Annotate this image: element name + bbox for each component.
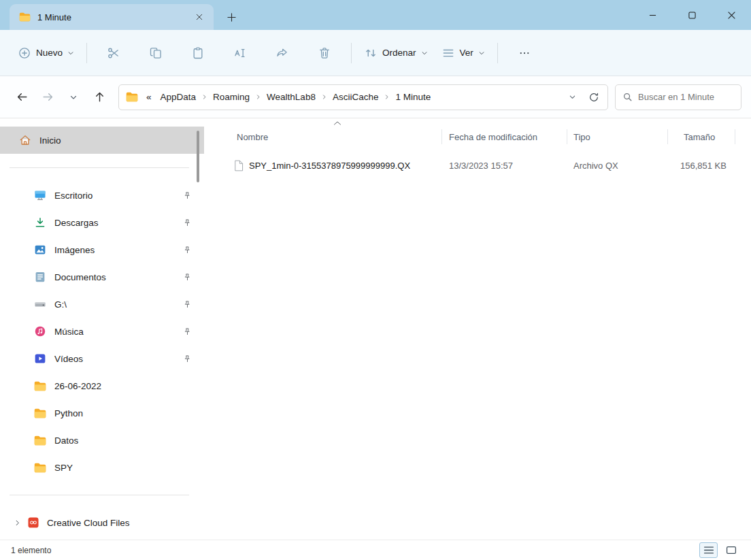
chevron-right-icon[interactable] — [383, 94, 390, 100]
pin-icon — [183, 246, 192, 254]
sidebar-item-folder-spy[interactable]: SPY — [0, 454, 204, 481]
column-header-name[interactable]: Nombre — [204, 128, 442, 146]
scissors-icon — [107, 46, 120, 60]
chevron-down-icon — [478, 50, 485, 56]
sidebar-item-videos[interactable]: Vídeos — [0, 345, 204, 372]
back-button[interactable] — [10, 85, 34, 110]
chevron-down-icon — [67, 50, 74, 56]
sidebar-item-documents[interactable]: Documentos — [0, 263, 204, 291]
sort-ascending-icon[interactable] — [333, 120, 341, 126]
rename-icon — [233, 46, 247, 60]
view-toggles — [699, 542, 740, 558]
breadcrumb-bar[interactable]: « AppData Roaming WealthLab8 AsciiCache … — [118, 84, 608, 110]
sidebar-item-home[interactable]: Inicio — [0, 127, 204, 154]
sidebar-item-label: G:\ — [54, 299, 67, 310]
sidebar-item-downloads[interactable]: Descargas — [0, 209, 204, 236]
file-type: Archivo QX — [567, 161, 668, 171]
breadcrumb-roaming[interactable]: Roaming — [208, 89, 254, 105]
sidebar-item-label: SPY — [54, 463, 73, 473]
sidebar-item-folder-26-06-2022[interactable]: 26-06-2022 — [0, 372, 204, 399]
sidebar-item-desktop[interactable]: Escritorio — [0, 182, 204, 209]
chevron-right-icon[interactable] — [14, 519, 21, 527]
breadcrumb-current[interactable]: 1 Minute — [390, 89, 435, 105]
home-icon — [19, 134, 31, 146]
sidebar-item-label: 26-06-2022 — [54, 381, 101, 391]
more-icon — [518, 47, 531, 59]
search-input[interactable] — [638, 92, 734, 102]
drive-icon — [34, 298, 46, 310]
breadcrumb-wealthlab8[interactable]: WealthLab8 — [262, 89, 320, 105]
chevron-right-icon[interactable] — [201, 94, 208, 100]
file-row[interactable]: SPY_1min-0-3155378975999999999.QX 13/3/2… — [204, 154, 751, 177]
search-box[interactable] — [615, 84, 741, 110]
folder-icon — [34, 381, 46, 391]
column-header-size[interactable]: Tamaño — [668, 128, 735, 146]
recent-locations-button[interactable] — [61, 85, 86, 110]
cut-button[interactable] — [99, 40, 129, 66]
chevron-right-icon[interactable] — [254, 94, 262, 100]
breadcrumb-asciicache[interactable]: AsciiCache — [328, 89, 384, 105]
folder-icon — [19, 12, 31, 22]
address-dropdown-button[interactable] — [563, 88, 582, 107]
file-name: SPY_1min-0-3155378975999999999.QX — [249, 161, 410, 171]
breadcrumb-appdata[interactable]: AppData — [156, 89, 201, 105]
sidebar-item-folder-datos[interactable]: Datos — [0, 427, 204, 454]
share-icon — [276, 46, 289, 60]
minimize-button[interactable] — [633, 0, 672, 30]
sidebar-item-music[interactable]: Música — [0, 318, 204, 345]
window-controls — [633, 0, 751, 30]
forward-button[interactable] — [35, 85, 60, 110]
refresh-icon — [588, 92, 599, 103]
pin-icon — [183, 218, 192, 227]
pin-icon — [183, 300, 192, 309]
new-tab-button[interactable] — [220, 7, 242, 27]
sidebar-scrollbar[interactable] — [197, 131, 199, 182]
desktop-icon — [34, 189, 46, 201]
navigation-pane: Inicio Escritorio Descargas — [0, 118, 204, 540]
chevron-right-icon[interactable] — [320, 94, 328, 100]
back-arrow-icon — [16, 90, 29, 103]
sidebar-item-creative-cloud[interactable]: Creative Cloud Files — [0, 509, 204, 536]
file-list-pane: Nombre Fecha de modificación Tipo Tamaño — [204, 118, 751, 540]
new-button[interactable]: Nuevo — [11, 40, 81, 66]
file-size: 156,851 KB — [668, 161, 750, 171]
sort-button[interactable]: Ordenar — [357, 40, 435, 66]
column-header-label: Nombre — [237, 132, 268, 142]
more-options-button[interactable] — [510, 40, 539, 66]
delete-button[interactable] — [310, 40, 339, 66]
titlebar: 1 Minute — [0, 0, 751, 30]
pin-icon — [183, 191, 192, 200]
sidebar-item-label: Descargas — [54, 218, 99, 228]
sort-icon — [364, 46, 378, 60]
tab-close-icon[interactable] — [190, 8, 208, 26]
column-header-modified[interactable]: Fecha de modificación — [442, 128, 567, 146]
sidebar-divider — [10, 167, 189, 168]
close-button[interactable] — [712, 0, 751, 30]
paste-button[interactable] — [183, 40, 213, 66]
maximize-button[interactable] — [672, 0, 712, 30]
details-view-button[interactable] — [699, 542, 718, 558]
sidebar-item-drive-g[interactable]: G:\ — [0, 291, 204, 318]
file-explorer-window: 1 Minute Nuev — [0, 0, 751, 560]
file-modified: 13/3/2023 15:57 — [442, 161, 567, 171]
up-button[interactable] — [87, 85, 112, 110]
refresh-button[interactable] — [584, 88, 603, 107]
pin-icon — [183, 273, 192, 282]
command-bar: Nuevo — [0, 30, 751, 76]
share-button[interactable] — [267, 40, 297, 66]
status-bar: 1 elemento — [0, 540, 751, 560]
sidebar-item-label: Creative Cloud Files — [47, 518, 130, 528]
rename-button[interactable] — [225, 40, 255, 66]
search-icon — [622, 92, 633, 102]
view-button[interactable]: Ver — [435, 40, 492, 66]
thumbnail-view-button[interactable] — [722, 542, 740, 558]
copy-button[interactable] — [141, 40, 171, 66]
column-header-type[interactable]: Tipo — [567, 128, 668, 146]
breadcrumb-overflow[interactable]: « — [142, 89, 156, 105]
sidebar-item-pictures[interactable]: Imágenes — [0, 236, 204, 263]
music-icon — [34, 325, 46, 337]
view-icon — [441, 46, 455, 60]
sidebar-item-folder-python[interactable]: Python — [0, 399, 204, 427]
chevron-down-icon — [69, 93, 78, 101]
explorer-tab[interactable]: 1 Minute — [10, 4, 214, 30]
